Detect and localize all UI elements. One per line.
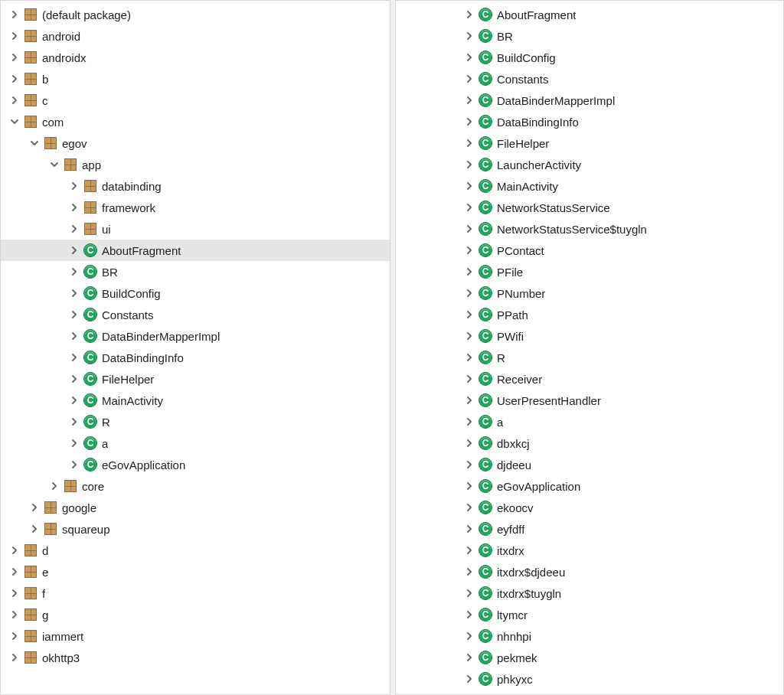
- chevron-right-icon[interactable]: [463, 351, 475, 364]
- chevron-down-icon[interactable]: [48, 158, 60, 171]
- chevron-right-icon[interactable]: [8, 94, 21, 106]
- tree-row[interactable]: android: [1, 25, 390, 47]
- chevron-right-icon[interactable]: [8, 8, 21, 21]
- tree-row[interactable]: com: [1, 111, 390, 132]
- tree-row[interactable]: CPFile: [396, 261, 783, 282]
- chevron-down-icon[interactable]: [28, 137, 41, 149]
- tree-row[interactable]: CMainActivity: [1, 390, 390, 411]
- chevron-right-icon[interactable]: [463, 373, 475, 385]
- chevron-right-icon[interactable]: [68, 287, 80, 299]
- chevron-right-icon[interactable]: [8, 566, 21, 578]
- chevron-right-icon[interactable]: [463, 8, 475, 21]
- chevron-right-icon[interactable]: [463, 137, 475, 149]
- tree-row[interactable]: CDataBindingInfo: [1, 347, 390, 368]
- tree-row[interactable]: CReceiver: [396, 368, 783, 390]
- chevron-right-icon[interactable]: [68, 180, 80, 192]
- tree-row[interactable]: CMainActivity: [396, 175, 783, 197]
- chevron-right-icon[interactable]: [68, 458, 80, 471]
- tree-row[interactable]: google: [1, 497, 390, 518]
- tree-row[interactable]: CAboutFragment: [396, 4, 783, 25]
- chevron-right-icon[interactable]: [463, 73, 475, 85]
- chevron-right-icon[interactable]: [463, 458, 475, 471]
- chevron-right-icon[interactable]: [68, 244, 80, 256]
- chevron-right-icon[interactable]: [463, 330, 475, 342]
- tree-row[interactable]: CeGovApplication: [396, 475, 783, 497]
- tree-row[interactable]: CDataBinderMapperImpl: [1, 325, 390, 347]
- chevron-right-icon[interactable]: [463, 480, 475, 492]
- tree-row[interactable]: Cltymcr: [396, 604, 783, 625]
- chevron-right-icon[interactable]: [68, 394, 80, 406]
- right-tree-panel[interactable]: CAboutFragmentCBRCBuildConfigCConstantsC…: [395, 0, 784, 695]
- tree-row[interactable]: CPWifi: [396, 325, 783, 347]
- chevron-right-icon[interactable]: [8, 30, 21, 42]
- chevron-right-icon[interactable]: [463, 223, 475, 235]
- chevron-right-icon[interactable]: [463, 437, 475, 449]
- chevron-right-icon[interactable]: [8, 51, 21, 64]
- tree-row[interactable]: app: [1, 154, 390, 175]
- chevron-right-icon[interactable]: [463, 94, 475, 106]
- chevron-right-icon[interactable]: [463, 544, 475, 556]
- chevron-right-icon[interactable]: [463, 673, 475, 685]
- chevron-right-icon[interactable]: [463, 244, 475, 256]
- chevron-right-icon[interactable]: [463, 609, 475, 621]
- left-tree-panel[interactable]: (default package)androidandroidxbccomego…: [0, 0, 390, 695]
- tree-row[interactable]: d: [1, 540, 390, 561]
- tree-row[interactable]: CR: [1, 411, 390, 432]
- chevron-right-icon[interactable]: [8, 587, 21, 599]
- tree-row[interactable]: CeGovApplication: [1, 454, 390, 475]
- chevron-right-icon[interactable]: [68, 330, 80, 342]
- chevron-right-icon[interactable]: [8, 609, 21, 621]
- tree-row[interactable]: Citxdrx$djdeeu: [396, 561, 783, 582]
- tree-row[interactable]: CFileHelper: [396, 132, 783, 154]
- chevron-right-icon[interactable]: [463, 180, 475, 192]
- chevron-right-icon[interactable]: [28, 523, 41, 535]
- tree-row[interactable]: egov: [1, 132, 390, 154]
- tree-row[interactable]: Cnhnhpi: [396, 625, 783, 647]
- tree-row[interactable]: core: [1, 475, 390, 497]
- tree-row[interactable]: CUserPresentHandler: [396, 390, 783, 411]
- chevron-right-icon[interactable]: [463, 158, 475, 171]
- tree-row[interactable]: CFileHelper: [1, 368, 390, 390]
- chevron-right-icon[interactable]: [463, 116, 475, 128]
- chevron-right-icon[interactable]: [68, 351, 80, 364]
- tree-row[interactable]: squareup: [1, 518, 390, 540]
- tree-row[interactable]: e: [1, 561, 390, 582]
- tree-row[interactable]: CNetworkStatusService$tuygln: [396, 218, 783, 240]
- chevron-right-icon[interactable]: [463, 51, 475, 64]
- tree-row[interactable]: Cdbxkcj: [396, 432, 783, 454]
- chevron-right-icon[interactable]: [68, 437, 80, 449]
- chevron-right-icon[interactable]: [463, 587, 475, 599]
- tree-row[interactable]: b: [1, 68, 390, 90]
- tree-row[interactable]: CPContact: [396, 240, 783, 261]
- chevron-right-icon[interactable]: [8, 630, 21, 642]
- chevron-right-icon[interactable]: [68, 373, 80, 385]
- chevron-right-icon[interactable]: [463, 308, 475, 321]
- tree-row[interactable]: g: [1, 604, 390, 625]
- chevron-right-icon[interactable]: [28, 501, 41, 514]
- tree-row[interactable]: okhttp3: [1, 647, 390, 668]
- tree-row[interactable]: c: [1, 90, 390, 111]
- chevron-right-icon[interactable]: [68, 223, 80, 235]
- tree-row[interactable]: Cphkyxc: [396, 668, 783, 690]
- chevron-right-icon[interactable]: [463, 266, 475, 278]
- chevron-right-icon[interactable]: [463, 501, 475, 514]
- chevron-right-icon[interactable]: [463, 416, 475, 428]
- chevron-right-icon[interactable]: [463, 523, 475, 535]
- tree-row[interactable]: CBR: [1, 261, 390, 282]
- tree-row[interactable]: CDataBinderMapperImpl: [396, 90, 783, 111]
- tree-row[interactable]: CConstants: [1, 304, 390, 325]
- tree-row[interactable]: CLauncherActivity: [396, 154, 783, 175]
- tree-row[interactable]: f: [1, 582, 390, 604]
- tree-row[interactable]: Cdjdeeu: [396, 454, 783, 475]
- chevron-right-icon[interactable]: [8, 544, 21, 556]
- tree-row[interactable]: CPPath: [396, 304, 783, 325]
- tree-row[interactable]: framework: [1, 197, 390, 218]
- chevron-right-icon[interactable]: [48, 480, 60, 492]
- chevron-down-icon[interactable]: [8, 116, 21, 128]
- tree-row[interactable]: CPNumber: [396, 282, 783, 304]
- tree-row[interactable]: Cpekmek: [396, 647, 783, 668]
- tree-row[interactable]: CR: [396, 347, 783, 368]
- tree-row[interactable]: CBuildConfig: [396, 47, 783, 68]
- tree-row[interactable]: Ca: [396, 411, 783, 432]
- tree-row[interactable]: CNetworkStatusService: [396, 197, 783, 218]
